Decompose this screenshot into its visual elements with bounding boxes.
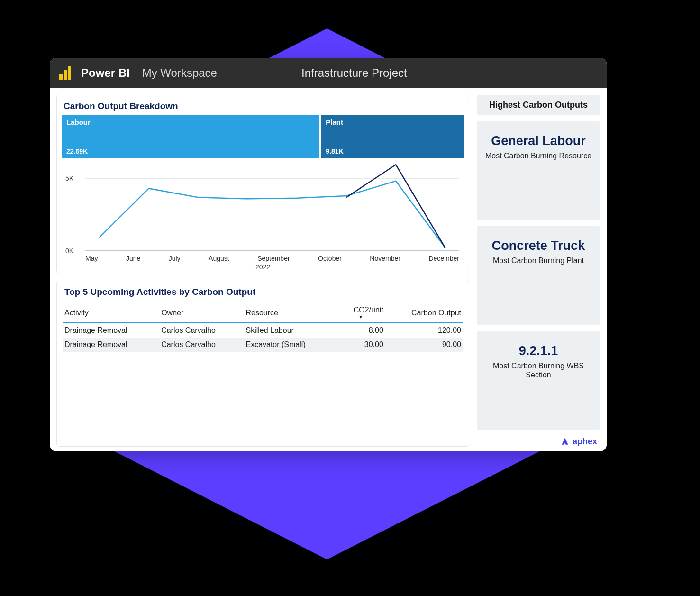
- brand-name: aphex: [573, 437, 597, 447]
- stat-label: Most Carbon Burning Resource: [482, 151, 595, 160]
- table-row[interactable]: Drainage RemovalCarlos CarvalhoSkilled L…: [63, 323, 463, 338]
- brand-logo[interactable]: aphex: [477, 436, 600, 447]
- cell-owner: Carlos Carvalho: [159, 323, 244, 338]
- stat-label: Most Carbon Burning Plant: [482, 256, 595, 265]
- col-resource[interactable]: Resource: [244, 303, 336, 323]
- dashboard-window: Power BI My Workspace Infrastructure Pro…: [50, 58, 607, 451]
- x-tick: December: [428, 255, 459, 262]
- cell-owner: Carlos Carvalho: [159, 338, 244, 352]
- cell-resource: Skilled Labour: [244, 323, 336, 338]
- cell-output: 120.00: [385, 323, 463, 338]
- activities-table: Activity Owner Resource CO2/unit ▼ Carbo…: [63, 303, 463, 352]
- aphex-icon: [560, 437, 570, 446]
- col-owner[interactable]: Owner: [159, 303, 244, 323]
- x-axis-year: 2022: [62, 263, 464, 271]
- stat-value: Concrete Truck: [482, 238, 595, 253]
- table-row[interactable]: Drainage RemovalCarlos CarvalhoExcavator…: [63, 338, 463, 352]
- cell-output: 90.00: [385, 338, 463, 352]
- powerbi-icon: [59, 66, 73, 80]
- x-tick: June: [126, 255, 140, 262]
- treemap-chart[interactable]: Labour 22.69K Plant 9.81K: [62, 115, 464, 158]
- col-activity[interactable]: Activity: [63, 303, 159, 323]
- sidebar-header: Highest Carbon Outputs: [477, 95, 600, 115]
- x-tick: October: [318, 255, 342, 262]
- app-name: Power BI: [81, 66, 130, 80]
- stat-value: General Labour: [482, 134, 595, 148]
- activities-card: Top 5 Upcoming Activities by Carbon Outp…: [56, 281, 469, 447]
- stat-value: 9.2.1.1: [482, 344, 595, 358]
- y-tick: 5K: [65, 174, 73, 182]
- x-axis-labels: MayJuneJulyAugustSeptemberOctoberNovembe…: [85, 255, 459, 262]
- cell-co2: 8.00: [336, 323, 385, 338]
- sort-desc-icon: ▼: [338, 314, 383, 320]
- activities-title: Top 5 Upcoming Activities by Carbon Outp…: [63, 285, 463, 301]
- cell-activity: Drainage Removal: [63, 323, 159, 338]
- col-co2[interactable]: CO2/unit ▼: [336, 303, 385, 323]
- stat-card-wbs[interactable]: 9.2.1.1 Most Carbon Burning WBS Section: [477, 331, 600, 430]
- stat-card-plant[interactable]: Concrete Truck Most Carbon Burning Plant: [477, 226, 600, 325]
- cell-resource: Excavator (Small): [244, 338, 336, 352]
- x-tick: September: [257, 255, 290, 262]
- cell-activity: Drainage Removal: [63, 338, 159, 352]
- carbon-breakdown-card: Carbon Output Breakdown Labour 22.69K Pl…: [56, 95, 469, 273]
- treemap-segment-plant[interactable]: Plant 9.81K: [321, 115, 464, 158]
- line-chart[interactable]: 5K 0K MayJuneJulyAugustSeptemberOctoberN…: [62, 162, 464, 271]
- workspace-name[interactable]: My Workspace: [142, 66, 217, 80]
- cell-co2: 30.00: [336, 338, 385, 352]
- top-bar: Power BI My Workspace Infrastructure Pro…: [50, 58, 607, 88]
- stat-card-resource[interactable]: General Labour Most Carbon Burning Resou…: [477, 121, 600, 220]
- line-chart-svg: [85, 162, 459, 251]
- x-tick: November: [370, 255, 400, 262]
- x-tick: May: [85, 255, 98, 262]
- treemap-segment-value: 22.69K: [66, 147, 314, 155]
- stat-label: Most Carbon Burning WBS Section: [482, 361, 595, 379]
- carbon-breakdown-title: Carbon Output Breakdown: [62, 99, 464, 115]
- treemap-segment-label: Plant: [326, 118, 459, 126]
- x-tick: August: [209, 255, 229, 262]
- x-tick: July: [169, 255, 181, 262]
- treemap-segment-labour[interactable]: Labour 22.69K: [62, 115, 319, 158]
- y-tick: 0K: [65, 247, 73, 255]
- project-name[interactable]: Infrastructure Project: [301, 66, 407, 80]
- col-output[interactable]: Carbon Output: [385, 303, 463, 323]
- treemap-segment-label: Labour: [66, 118, 314, 126]
- treemap-segment-value: 9.81K: [326, 147, 459, 155]
